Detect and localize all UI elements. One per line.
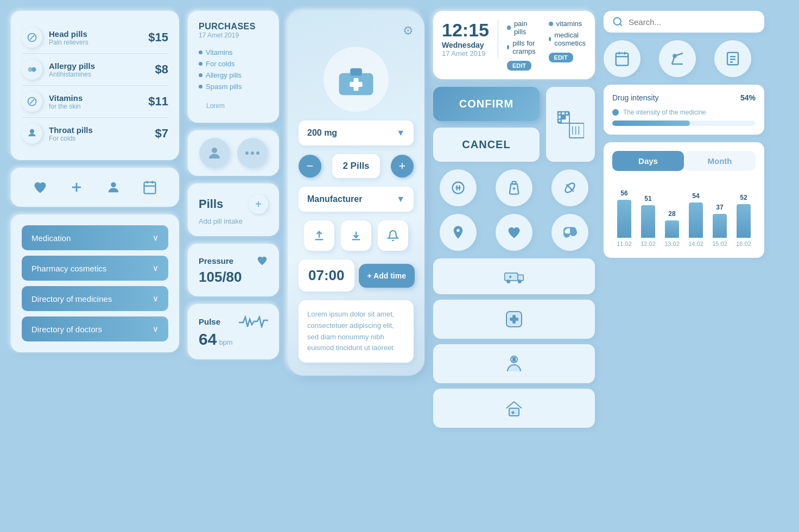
home-svg bbox=[504, 398, 524, 418]
heart-icon[interactable] bbox=[28, 175, 52, 199]
svg-point-14 bbox=[245, 151, 249, 155]
decrement-button[interactable]: − bbox=[299, 155, 321, 178]
dropdown-label: Directory of medicines bbox=[31, 294, 112, 303]
medicine-name: Vitamins bbox=[49, 93, 148, 103]
lorem-tag: Lorem bbox=[199, 100, 232, 112]
cancel-button[interactable]: CANCEL bbox=[433, 128, 540, 162]
add-time-button[interactable]: + Add time bbox=[359, 264, 415, 288]
dosage-dropdown[interactable]: 200 mg ▼ bbox=[299, 121, 414, 145]
medicine-price: $8 bbox=[155, 62, 168, 77]
confirm-button[interactable]: CONFIRM bbox=[433, 87, 540, 121]
medicines-card: Head pills Pain relievers $15 Allergy pi… bbox=[11, 11, 179, 160]
tab-month[interactable]: Month bbox=[684, 151, 756, 171]
pressure-card: Pressure 105/80 bbox=[188, 244, 279, 296]
purchase-item: For colds bbox=[199, 58, 268, 69]
upload-icon[interactable] bbox=[304, 220, 334, 251]
capsule-icon[interactable] bbox=[551, 169, 588, 206]
add-pill-button[interactable]: + bbox=[249, 194, 268, 214]
person-icon[interactable] bbox=[102, 175, 125, 199]
bar-date: 11.02 bbox=[617, 240, 632, 247]
firstaid-icon[interactable] bbox=[433, 300, 595, 339]
svg-rect-31 bbox=[561, 115, 566, 120]
medicine-name: Allergy pills bbox=[49, 61, 155, 71]
pills-add-card: Pills + Add pill intake bbox=[188, 183, 279, 236]
manufacturer-dropdown[interactable]: Manufacturer ▼ bbox=[299, 187, 414, 212]
bar-value: 28 bbox=[668, 210, 675, 218]
medicine-subtitle: For colds bbox=[49, 135, 155, 142]
settings-icon[interactable]: ⚙ bbox=[403, 24, 414, 38]
dropdown-menu-item[interactable]: Pharmacy cosmetics∨ bbox=[22, 256, 168, 281]
plus-icon[interactable] bbox=[65, 175, 88, 199]
svg-rect-57 bbox=[616, 53, 629, 66]
prescription-icon[interactable] bbox=[714, 40, 751, 77]
svg-rect-42 bbox=[518, 275, 523, 280]
bullet-dot bbox=[199, 85, 202, 88]
notification-icon[interactable] bbox=[378, 220, 408, 251]
bullet-dot bbox=[199, 73, 202, 77]
tab-days[interactable]: Days bbox=[612, 151, 684, 171]
home-medical-icon[interactable] bbox=[433, 389, 595, 428]
heart-icon-2[interactable] bbox=[496, 214, 532, 251]
svg-line-40 bbox=[567, 184, 574, 191]
bar bbox=[617, 200, 631, 238]
medicine-item: Vitamins for the skin $11 bbox=[22, 86, 168, 118]
med-entry-3: vitamins bbox=[549, 20, 588, 28]
calendar-grid-icon[interactable] bbox=[604, 40, 641, 77]
svg-rect-51 bbox=[512, 357, 516, 362]
medkit-icon bbox=[337, 63, 376, 96]
purchases-date: 17 Amet 2019 bbox=[199, 31, 268, 39]
capsule-icon-2[interactable] bbox=[551, 214, 588, 251]
bar-value: 52 bbox=[740, 194, 747, 201]
svg-rect-18 bbox=[350, 68, 362, 76]
chart-bars: 56 11.02 51 12.02 28 13.02 54 14.02 37 1… bbox=[612, 179, 756, 249]
nurse-svg bbox=[504, 354, 524, 373]
bar-value: 51 bbox=[644, 195, 651, 202]
search-input[interactable] bbox=[629, 17, 756, 27]
lorem-text: Lorem ipsum dolor sit amet, consectetuer… bbox=[299, 300, 414, 363]
top-icon-grid bbox=[604, 40, 764, 77]
medicine-name: Head pills bbox=[49, 29, 148, 39]
location-icon[interactable] bbox=[440, 214, 477, 251]
pill-bottle-icon[interactable] bbox=[496, 169, 532, 206]
calendar-icon[interactable] bbox=[138, 175, 162, 199]
medicine-price: $15 bbox=[148, 30, 168, 45]
dropdown-menu-item[interactable]: Medication∨ bbox=[22, 225, 168, 250]
purchase-item: Spasm pills bbox=[199, 81, 268, 92]
manufacturer-label: Manufacturer bbox=[307, 194, 362, 204]
dropdown-menu-item[interactable]: Directory of doctors∨ bbox=[22, 316, 168, 341]
time-row: 07:00 + Add time bbox=[299, 259, 414, 292]
bar-col: 52 16.02 bbox=[736, 179, 751, 247]
bar-date: 12.02 bbox=[641, 240, 656, 247]
dropdown-menu-item[interactable]: Directory of medicines∨ bbox=[22, 286, 168, 311]
medicine-icon bbox=[22, 91, 42, 112]
scale-svg bbox=[669, 50, 686, 67]
chevron-down-icon: ∨ bbox=[153, 263, 158, 273]
edit-button-1[interactable]: EDIT bbox=[507, 61, 531, 71]
progress-fill bbox=[612, 121, 690, 126]
scale-grid-icon[interactable] bbox=[659, 40, 696, 77]
ambulance-icon[interactable] bbox=[433, 258, 595, 294]
purchase-item: Vitamins bbox=[199, 47, 268, 58]
edit-button-2[interactable]: EDIT bbox=[549, 53, 573, 62]
purchase-name: Allergy pills bbox=[206, 71, 242, 79]
medkit-icon-circle bbox=[324, 47, 389, 112]
download-icon[interactable] bbox=[341, 220, 371, 251]
med-vitamins: vitamins bbox=[556, 20, 582, 28]
more-options-icon[interactable] bbox=[237, 138, 268, 168]
bar bbox=[737, 204, 751, 238]
clock-display: 12:15 bbox=[442, 20, 489, 41]
nurse-icon[interactable] bbox=[433, 344, 595, 383]
increment-button[interactable]: + bbox=[391, 155, 414, 178]
pills-subtitle: Add pill intake bbox=[199, 217, 268, 225]
bar-value: 54 bbox=[692, 192, 699, 200]
dropdown-label: Pharmacy cosmetics bbox=[31, 264, 106, 273]
medicine-item: Allergy pills Antihistamines $8 bbox=[22, 54, 168, 86]
scale-icon[interactable] bbox=[440, 169, 477, 206]
svg-rect-49 bbox=[510, 318, 518, 321]
bar-col: 37 15.02 bbox=[712, 179, 727, 247]
svg-line-56 bbox=[620, 24, 622, 26]
drug-intensity-card: Drug intensity 54% The intensity of the … bbox=[604, 85, 764, 135]
purchase-name: For colds bbox=[206, 60, 234, 68]
med-cosmetics: medical cosmetics bbox=[554, 31, 587, 47]
dropdown-label: Directory of doctors bbox=[31, 325, 102, 334]
